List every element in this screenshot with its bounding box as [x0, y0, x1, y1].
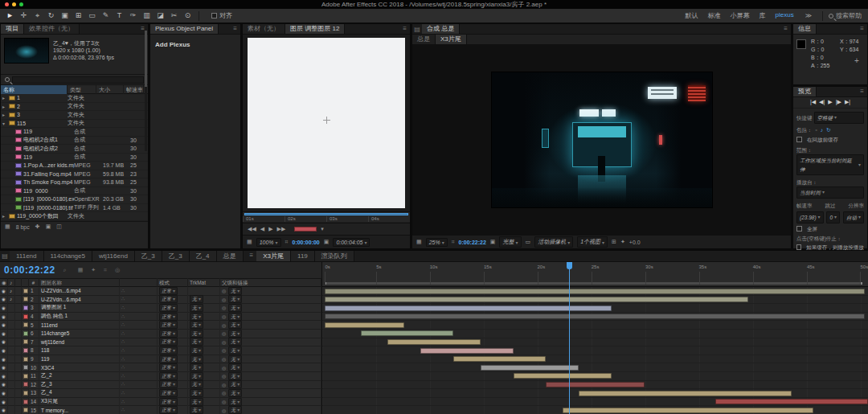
layer-visibility-toggle[interactable]: ◉	[0, 363, 8, 372]
layer-name[interactable]: X3片尾	[39, 397, 120, 406]
layer-mode-dropdown[interactable]: 正常▾	[159, 380, 178, 388]
tab-effect-controls[interactable]: 效果控件（无）	[24, 24, 80, 34]
timeline-tab-111end[interactable]: 111end	[10, 251, 44, 261]
if-cached-checkbox[interactable]	[796, 244, 801, 250]
layer-name[interactable]: 调整图层 1	[39, 304, 120, 313]
snapshot-icon[interactable]: ▣	[490, 239, 496, 245]
layer-row[interactable]: ◉4調色 純色 1∴正常▾无▾◎无▾	[0, 313, 321, 322]
tab-footage[interactable]: 素材（无）	[243, 24, 285, 34]
layer-audio-toggle[interactable]: ♪	[8, 295, 15, 304]
layer-name[interactable]: U-Z2Vdn...6.mp4	[39, 287, 120, 296]
twirl-icon[interactable]: ▸	[2, 213, 9, 219]
always-preview-icon[interactable]: ▦	[247, 239, 252, 245]
layer-lock-toggle[interactable]	[15, 287, 22, 296]
timeline-track-row[interactable]	[322, 381, 868, 390]
view-menu-icon[interactable]: ▾	[321, 226, 324, 232]
timeline-track-row[interactable]	[322, 287, 868, 296]
parent-column-header[interactable]: 父级和链接	[220, 278, 321, 287]
twirl-icon[interactable]: ▸	[2, 104, 9, 109]
layer-visibility-toggle[interactable]: ◉	[0, 321, 8, 330]
layer-parent-dropdown[interactable]: 无▾	[228, 355, 242, 363]
pickwhip-icon[interactable]: ◎	[222, 408, 226, 413]
layer-parent-dropdown[interactable]: 无▾	[228, 304, 242, 312]
layer-switches[interactable]: ∴	[120, 389, 158, 398]
trkmat-column-header[interactable]: TrkMat	[188, 278, 220, 287]
layer-name[interactable]: 調色 純色 1	[39, 312, 120, 321]
layer-visibility-toggle[interactable]: ◉	[0, 304, 8, 313]
panel-menu-icon[interactable]: ≡	[399, 24, 410, 34]
timeline-track-row[interactable]	[322, 363, 868, 372]
layer-switches[interactable]: ∴	[120, 380, 158, 389]
fullscreen-checkbox[interactable]	[796, 226, 802, 232]
panel-menu-icon[interactable]: ≡	[857, 24, 867, 34]
layer-switches[interactable]: ∴	[120, 304, 158, 313]
layer-duration-bar[interactable]	[481, 365, 579, 371]
layer-label-color[interactable]	[22, 355, 29, 363]
timeline-track-row[interactable]	[322, 296, 868, 305]
pickwhip-icon[interactable]: ◎	[222, 322, 226, 328]
project-item[interactable]: 电棍机2合成2合成30	[1, 145, 148, 154]
layer-mode-dropdown[interactable]: 正常▾	[159, 287, 178, 295]
layer-parent-dropdown[interactable]: 无▾	[228, 363, 242, 371]
layer-label-color[interactable]	[22, 329, 29, 338]
layer-duration-bar[interactable]	[514, 373, 612, 379]
layer-parent-dropdown[interactable]: 无▾	[228, 287, 242, 295]
layer-parent-dropdown[interactable]: 无▾	[228, 313, 242, 321]
layer-switches[interactable]: ∴	[120, 321, 158, 330]
fast-previews-icon[interactable]: ✦	[620, 239, 625, 245]
layer-lock-toggle[interactable]	[15, 321, 22, 330]
layer-parent-dropdown[interactable]: 无▾	[228, 372, 242, 380]
layer-lock-toggle[interactable]	[15, 329, 22, 338]
panel-menu-icon[interactable]: ≡	[780, 24, 791, 34]
layer-switches[interactable]: ∴	[120, 329, 158, 338]
layer-trkmat-dropdown[interactable]: 无▾	[190, 406, 203, 414]
preview-transport-button-4[interactable]: ▶|	[845, 99, 850, 105]
layer-switches[interactable]: ∴	[120, 363, 158, 372]
layer-transport-button-1[interactable]: ◀	[260, 226, 264, 232]
pickwhip-icon[interactable]: ◎	[222, 297, 226, 302]
timeline-tab-总是[interactable]: 总是	[217, 251, 244, 261]
playhead[interactable]	[569, 262, 570, 414]
interpret-footage-icon[interactable]: ▦	[5, 223, 10, 230]
snap-toggle[interactable]: 对齐	[211, 11, 232, 20]
project-item[interactable]: 119合成30	[1, 154, 148, 162]
column-header-1[interactable]: 类型	[68, 85, 96, 94]
pen-tool[interactable]: ✎	[99, 9, 113, 23]
layer-name-column-header[interactable]: 图层名称	[39, 278, 120, 287]
layer-duration-bar[interactable]	[715, 399, 868, 404]
workspace-tab-小屏幕[interactable]: 小屏幕	[726, 10, 755, 22]
layer-trkmat-dropdown[interactable]: 无▾	[190, 346, 203, 355]
layer-mode-dropdown[interactable]: 正常▾	[159, 295, 178, 303]
layer-visibility-toggle[interactable]: ◉	[0, 389, 8, 398]
viewer-tab-zongshi[interactable]: 总是	[412, 35, 436, 44]
layer-duration-bar[interactable]	[563, 408, 813, 413]
layer-zoom-dropdown[interactable]: 100%▾	[256, 238, 281, 247]
layer-lock-toggle[interactable]	[15, 295, 22, 304]
layer-mode-dropdown[interactable]: 正常▾	[159, 372, 178, 380]
project-color-depth[interactable]: 8 bpc	[16, 224, 30, 230]
layer-mode-dropdown[interactable]: 正常▾	[159, 406, 178, 414]
preview-transport-button-3[interactable]: |▶	[836, 99, 841, 105]
skip-dropdown[interactable]: 0▾	[826, 211, 840, 223]
layer-mode-dropdown[interactable]: 正常▾	[159, 338, 178, 346]
tab-composition[interactable]: 合成 总是	[422, 24, 460, 34]
layer-label-color[interactable]	[22, 397, 29, 406]
layer-row[interactable]: ◉8118∴正常▾无▾◎无▾	[0, 346, 321, 355]
eraser-tool[interactable]: ◪	[154, 9, 167, 23]
layer-name[interactable]: 111end	[39, 321, 120, 330]
layer-lock-toggle[interactable]	[15, 363, 22, 372]
layer-visibility-toggle[interactable]: ◉	[0, 371, 8, 380]
timeline-track-row[interactable]	[322, 346, 868, 355]
layer-name[interactable]: 乙_2	[39, 371, 120, 380]
project-item[interactable]: ▸3文件夹	[1, 111, 148, 120]
roto-brush-tool[interactable]: ✂	[167, 9, 181, 23]
camera-tool[interactable]: ▣	[58, 9, 72, 23]
layer-parent-dropdown[interactable]: 无▾	[228, 406, 242, 414]
layer-name[interactable]: X3C4	[39, 363, 120, 372]
layer-lock-toggle[interactable]	[15, 346, 22, 355]
layer-viewer[interactable]	[243, 35, 410, 211]
layer-switches[interactable]: ∴	[120, 295, 158, 304]
project-scrollbar-thumb[interactable]	[145, 31, 147, 87]
layer-visibility-toggle[interactable]: ◉	[0, 329, 8, 338]
layer-label-color[interactable]	[22, 371, 29, 380]
